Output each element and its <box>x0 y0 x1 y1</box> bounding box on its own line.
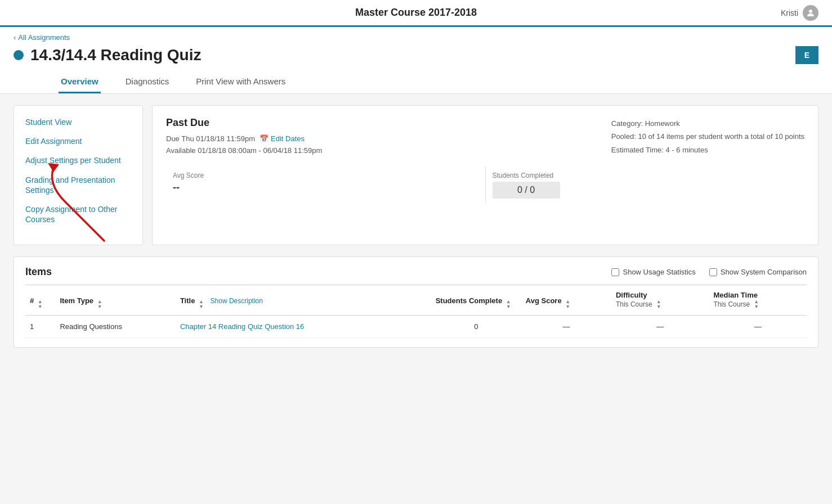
row-median-time: — <box>709 316 807 338</box>
header: Master Course 2017-2018 Kristi <box>0 0 832 27</box>
difficulty-sublabel: This Course ▲▼ <box>616 299 705 309</box>
row-item-type: Reading Questions <box>55 316 176 338</box>
sort-title-icon[interactable]: ▲▼ <box>199 299 204 309</box>
stats-row: Avg Score -- Students Completed 0 / 0 <box>166 167 804 203</box>
due-date: Due Thu 01/18/18 11:59pm 📅 Edit Dates <box>166 134 322 143</box>
assignment-meta: Category: Homework Pooled: 10 of 14 item… <box>611 117 804 158</box>
past-due-status: Past Due <box>166 117 322 129</box>
show-usage-statistics-label[interactable]: Show Usage Statistics <box>611 268 695 276</box>
col-num: # ▲▼ <box>25 285 55 316</box>
edit-dates-link[interactable]: 📅 Edit Dates <box>260 134 305 143</box>
row-students-complete: 0 <box>431 316 521 338</box>
col-item-type: Item Type ▲▼ <box>55 285 176 316</box>
sidebar-link-edit-assignment[interactable]: Edit Assignment <box>25 136 131 146</box>
sort-mediantime-icon[interactable]: ▲▼ <box>754 299 759 309</box>
show-usage-statistics-checkbox[interactable] <box>611 268 619 276</box>
svg-point-0 <box>809 10 812 13</box>
page-title-row: 14.3/14.4 Reading Quiz E <box>14 46 818 64</box>
table-body: 1 Reading Questions Chapter 14 Reading Q… <box>25 316 807 338</box>
mediantime-sublabel: This Course ▲▼ <box>713 299 802 309</box>
edit-button[interactable]: E <box>795 46 818 64</box>
show-description-link[interactable]: Show Description <box>211 297 263 305</box>
available-dates: Available 01/18/18 08:00am - 06/04/18 11… <box>166 146 322 155</box>
breadcrumb-area: ‹ All Assignments 14.3/14.4 Reading Quiz… <box>0 27 832 94</box>
top-panels: Student View Edit Assignment Adjust Sett… <box>14 105 818 245</box>
main-content: Student View Edit Assignment Adjust Sett… <box>0 94 832 359</box>
row-avg-score: — <box>521 316 611 338</box>
col-title: Title ▲▼ Show Description <box>176 285 431 316</box>
row-difficulty: — <box>611 316 709 338</box>
col-students-complete: Students Complete ▲▼ <box>431 285 521 316</box>
col-avg-score: Avg Score ▲▼ <box>521 285 611 316</box>
col-difficulty: Difficulty This Course ▲▼ <box>611 285 709 316</box>
sidebar-link-adjust-settings[interactable]: Adjust Settings per Student <box>25 155 131 165</box>
sort-num-icon[interactable]: ▲▼ <box>38 299 43 309</box>
pooled-label: Pooled: 10 of 14 items per student worth… <box>611 130 804 143</box>
title-dot-icon <box>14 50 24 60</box>
students-completed-value: 0 / 0 <box>493 182 560 199</box>
tab-print-view[interactable]: Print View with Answers <box>194 71 288 93</box>
row-title-link[interactable]: Chapter 14 Reading Quiz Question 16 <box>180 322 304 331</box>
user-icon[interactable] <box>803 5 818 21</box>
avg-score-label: Avg Score <box>173 172 478 179</box>
sidebar-link-student-view[interactable]: Student View <box>25 117 131 127</box>
tab-overview[interactable]: Overview <box>59 71 101 93</box>
header-user: Kristi <box>781 5 818 21</box>
sort-difficulty-icon[interactable]: ▲▼ <box>656 299 661 309</box>
students-completed-box: Students Completed 0 / 0 <box>485 167 805 203</box>
right-panel: Past Due Due Thu 01/18/18 11:59pm 📅 Edit… <box>152 105 818 245</box>
row-title: Chapter 14 Reading Quiz Question 16 <box>176 316 431 338</box>
avg-score-box: Avg Score -- <box>166 167 485 203</box>
show-system-comparison-checkbox[interactable] <box>709 268 717 276</box>
tabs: Overview Diagnostics Print View with Ans… <box>14 71 818 93</box>
sidebar-link-copy-assignment[interactable]: Copy Assignment to Other Courses <box>25 204 131 224</box>
table-row: 1 Reading Questions Chapter 14 Reading Q… <box>25 316 807 338</box>
sidebar-link-grading-settings[interactable]: Grading and Presentation Settings <box>25 175 131 195</box>
col-median-time: Median Time This Course ▲▼ <box>709 285 807 316</box>
page-title-left: 14.3/14.4 Reading Quiz <box>14 46 201 64</box>
items-title: Items <box>25 266 52 278</box>
table-head: # ▲▼ Item Type ▲▼ Title ▲▼ Show Descript… <box>25 285 807 316</box>
category-label: Category: Homework <box>611 117 804 130</box>
items-header: Items Show Usage Statistics Show System … <box>25 266 807 278</box>
row-num: 1 <box>25 316 55 338</box>
sort-students-icon[interactable]: ▲▼ <box>506 299 511 309</box>
students-completed-label: Students Completed <box>493 172 798 179</box>
calendar-icon: 📅 <box>260 134 269 143</box>
header-title: Master Course 2017-2018 <box>355 7 477 19</box>
items-controls: Show Usage Statistics Show System Compar… <box>611 268 807 276</box>
estimated-time-label: Estimated Time: 4 - 6 minutes <box>611 143 804 156</box>
page-title: 14.3/14.4 Reading Quiz <box>30 46 201 64</box>
sort-type-icon[interactable]: ▲▼ <box>97 299 102 309</box>
sort-avgscore-icon[interactable]: ▲▼ <box>565 299 570 309</box>
back-arrow-icon: ‹ <box>14 33 16 42</box>
show-system-comparison-label[interactable]: Show System Comparison <box>709 268 807 276</box>
items-section: Items Show Usage Statistics Show System … <box>14 256 818 348</box>
user-name: Kristi <box>781 8 798 17</box>
left-panel: Student View Edit Assignment Adjust Sett… <box>14 105 143 245</box>
tab-diagnostics[interactable]: Diagnostics <box>123 71 172 93</box>
avg-score-value: -- <box>173 182 478 194</box>
breadcrumb[interactable]: ‹ All Assignments <box>14 33 70 42</box>
items-table: # ▲▼ Item Type ▲▼ Title ▲▼ Show Descript… <box>25 285 807 338</box>
